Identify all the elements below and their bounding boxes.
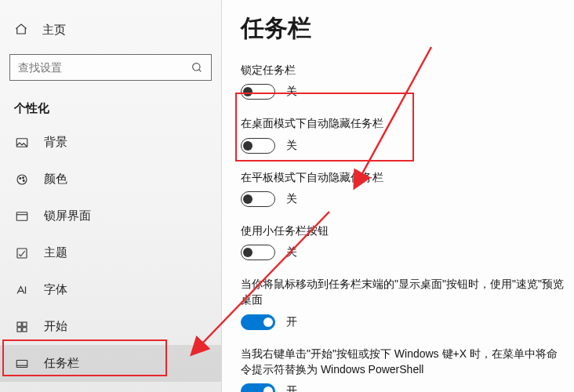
toggle-state: 开 <box>286 384 297 392</box>
nav-label: 字体 <box>44 282 67 297</box>
nav-item-color[interactable]: 颜色 <box>0 161 221 198</box>
svg-point-5 <box>23 180 24 181</box>
font-icon <box>14 283 30 297</box>
svg-point-0 <box>193 64 200 71</box>
svg-rect-12 <box>16 360 27 367</box>
nav-item-theme[interactable]: 主题 <box>0 234 221 271</box>
search-input-wrap <box>9 54 212 81</box>
main-content: 任务栏 锁定任务栏 关 在桌面模式下自动隐藏任务栏 关 在平板模式下自动隐藏任务… <box>222 0 574 392</box>
taskbar-icon <box>14 357 30 371</box>
svg-point-2 <box>17 175 27 184</box>
theme-icon <box>14 246 30 260</box>
section-title: 个性化 <box>0 98 221 124</box>
home-label: 主页 <box>42 23 66 38</box>
svg-rect-8 <box>17 322 21 326</box>
nav-label: 背景 <box>44 135 67 150</box>
setting-peek-label: 当你将鼠标移动到任务栏末端的"显示桌面"按钮时，使用"速览"预览桌面 <box>241 276 566 308</box>
toggle-autohide-desktop[interactable] <box>241 138 275 154</box>
palette-icon <box>14 172 30 187</box>
setting-powershell-label: 当我右键单击"开始"按钮或按下 Windows 键+X 时，在菜单中将命令提示符… <box>241 346 566 378</box>
search-icon <box>183 61 211 74</box>
nav-label: 开始 <box>44 319 67 334</box>
search-input[interactable] <box>10 61 183 74</box>
nav-label: 主题 <box>44 245 67 260</box>
svg-rect-9 <box>23 322 27 326</box>
toggle-lock-taskbar[interactable] <box>241 84 275 100</box>
sidebar: 主页 个性化 背景 颜色 锁屏界面 主题 <box>0 0 222 392</box>
home-icon <box>14 22 28 38</box>
start-icon <box>14 320 30 334</box>
svg-point-3 <box>20 177 21 179</box>
picture-icon <box>14 136 30 150</box>
setting-autohide-tablet-label: 在平板模式下自动隐藏任务栏 <box>241 169 566 185</box>
toggle-state: 关 <box>286 139 297 153</box>
setting-small-buttons-label: 使用小任务栏按钮 <box>241 223 566 238</box>
nav-item-background[interactable]: 背景 <box>0 124 221 161</box>
nav-label: 颜色 <box>44 172 67 187</box>
nav-item-start[interactable]: 开始 <box>0 308 221 345</box>
svg-rect-11 <box>23 327 27 331</box>
svg-rect-10 <box>17 327 21 331</box>
nav-item-taskbar[interactable]: 任务栏 <box>0 345 221 382</box>
svg-rect-7 <box>17 249 27 258</box>
toggle-state: 关 <box>286 245 297 260</box>
toggle-state: 关 <box>286 85 297 99</box>
lockscreen-icon <box>14 209 30 223</box>
toggle-autohide-tablet[interactable] <box>241 191 275 207</box>
toggle-small-buttons[interactable] <box>241 245 275 260</box>
page-title: 任务栏 <box>241 11 566 62</box>
home-link[interactable]: 主页 <box>0 17 221 49</box>
nav-item-font[interactable]: 字体 <box>0 271 221 308</box>
toggle-state: 关 <box>286 192 297 206</box>
toggle-powershell[interactable] <box>241 383 275 392</box>
svg-point-4 <box>23 176 24 178</box>
toggle-state: 开 <box>286 315 297 329</box>
nav-item-lockscreen[interactable]: 锁屏界面 <box>0 198 221 234</box>
setting-lock-taskbar-label: 锁定任务栏 <box>241 62 566 78</box>
nav-label: 锁屏界面 <box>44 209 91 223</box>
svg-rect-6 <box>16 212 27 220</box>
toggle-peek[interactable] <box>241 314 275 330</box>
setting-autohide-desktop-label: 在桌面模式下自动隐藏任务栏 <box>241 115 566 131</box>
nav-label: 任务栏 <box>44 356 79 371</box>
